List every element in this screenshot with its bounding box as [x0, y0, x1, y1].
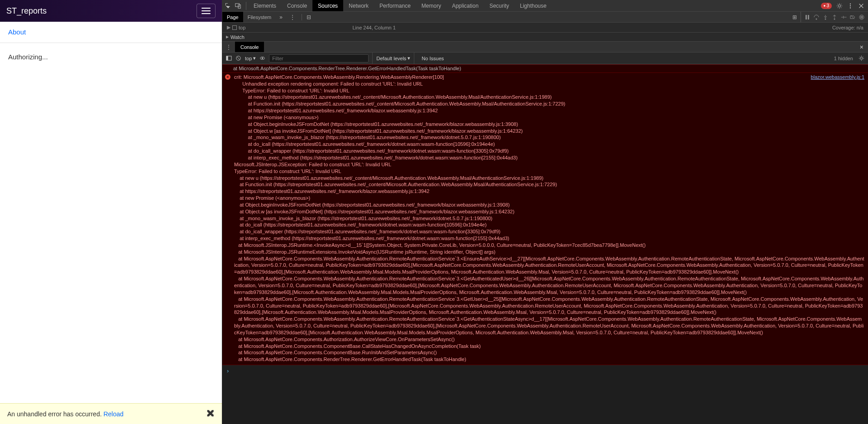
sub-kebab-icon[interactable]: ⋮ [290, 14, 295, 20]
svg-point-19 [262, 58, 263, 59]
svg-point-10 [834, 18, 835, 19]
console-drawer: ⋮ Console × top ▾ Default levels ▾ No Is… [222, 42, 868, 424]
cursor-location: Line 244, Column 1 [353, 25, 396, 30]
drawer-console-tab[interactable]: Console [235, 42, 264, 52]
svg-rect-6 [806, 15, 807, 19]
reload-link[interactable]: Reload [103, 410, 123, 418]
app-title: ST_reports [6, 6, 47, 16]
drawer-tabbar: ⋮ Console × [222, 42, 868, 53]
filter-input[interactable] [269, 54, 369, 63]
svg-point-20 [860, 57, 863, 59]
issues-label[interactable]: No Issues [418, 56, 447, 61]
console-toolbar: top ▾ Default levels ▾ No Issues 1 hidde… [222, 53, 868, 64]
tab-performance[interactable]: Performance [374, 0, 416, 11]
app-header: ST_reports [0, 0, 222, 22]
error-count-badge[interactable]: 3 [821, 3, 832, 9]
svg-point-12 [859, 15, 864, 19]
inspect-icon[interactable] [225, 3, 231, 9]
coverage-label: Coverage: n/a [832, 25, 863, 30]
svg-point-4 [850, 5, 851, 6]
console-settings-icon[interactable] [858, 55, 864, 61]
error-banner: An unhandled error has occurred. Reload … [0, 403, 222, 424]
sidebar-toggle-icon[interactable] [226, 55, 232, 61]
devtools-panel: ElementsConsoleSourcesNetworkPerformance… [222, 0, 868, 424]
deactivate-breakpoints-icon[interactable] [850, 14, 855, 20]
source-location-bar: ▶ top Line 244, Column 1 Coverage: n/a [222, 23, 868, 33]
tab-network[interactable]: Network [343, 0, 374, 11]
device-icon[interactable] [235, 3, 241, 9]
sources-subbar: PageFilesystem » ⋮ ⊟ ⊞ [222, 12, 868, 23]
console-log-area[interactable]: at Microsoft.AspNetCore.Components.Rende… [222, 64, 868, 424]
app-body: Authorizing... [0, 43, 222, 403]
console-prompt[interactable]: › [222, 365, 868, 377]
step-over-icon[interactable] [814, 14, 819, 20]
watch-section[interactable]: Watch [222, 33, 868, 42]
show-navigator-icon[interactable]: ⊟ [302, 14, 316, 20]
nav-bar: About [0, 22, 222, 43]
pause-icon[interactable] [805, 14, 810, 20]
error-message: An unhandled error has occurred. Reload [7, 410, 124, 418]
error-source-link[interactable]: blazor.webassembly.js:1 [811, 74, 864, 81]
page-tree-top[interactable]: ▶ top [227, 24, 245, 30]
error-icon: × [225, 74, 230, 80]
clear-console-icon[interactable] [235, 55, 241, 61]
pause-exceptions-icon[interactable] [859, 14, 864, 20]
about-link[interactable]: About [8, 28, 26, 36]
tab-lighthouse[interactable]: Lighthouse [514, 0, 552, 11]
svg-rect-16 [226, 56, 228, 60]
authorizing-text: Authorizing... [8, 53, 48, 61]
svg-rect-14 [862, 16, 863, 19]
debugger-controls [801, 12, 868, 22]
tab-security[interactable]: Security [484, 0, 514, 11]
svg-point-2 [838, 5, 840, 7]
step-out-icon[interactable] [832, 14, 837, 20]
step-into-icon[interactable] [823, 14, 828, 20]
tab-console[interactable]: Console [282, 0, 312, 11]
devtools-tabbar: ElementsConsoleSourcesNetworkPerformance… [222, 0, 868, 12]
step-icon[interactable] [841, 14, 846, 20]
svg-rect-0 [235, 3, 240, 6]
app-panel: ST_reports About Authorizing... An unhan… [0, 0, 222, 424]
drawer-kebab-icon[interactable]: ⋮ [222, 44, 235, 50]
svg-point-8 [816, 18, 817, 19]
subtab-filesystem[interactable]: Filesystem [243, 12, 276, 22]
close-icon[interactable]: 🗙 [206, 409, 215, 419]
live-expression-icon[interactable] [259, 55, 265, 61]
svg-rect-13 [861, 16, 862, 19]
subtab-page[interactable]: Page [222, 12, 243, 22]
tab-memory[interactable]: Memory [416, 0, 446, 11]
svg-point-5 [850, 7, 851, 8]
svg-point-3 [850, 3, 851, 4]
gear-icon[interactable] [836, 3, 843, 9]
kebab-icon[interactable] [847, 3, 854, 9]
more-subtabs-icon[interactable]: » [276, 14, 286, 20]
hamburger-button[interactable] [197, 4, 216, 18]
svg-rect-7 [808, 15, 809, 19]
drawer-close-icon[interactable]: × [855, 43, 868, 51]
tab-sources[interactable]: Sources [312, 0, 343, 11]
svg-point-11 [845, 17, 846, 18]
format-icon[interactable]: ⊞ [792, 14, 797, 20]
error-log-entry: × blazor.webassembly.js:1 crit: Microsof… [222, 72, 868, 365]
prior-stack-line: at Microsoft.AspNetCore.Components.Rende… [222, 64, 868, 72]
tab-elements[interactable]: Elements [248, 0, 282, 11]
svg-point-9 [825, 18, 826, 19]
close-devtools-icon[interactable] [858, 3, 864, 9]
context-select[interactable]: top ▾ [245, 55, 256, 61]
tab-application[interactable]: Application [446, 0, 484, 11]
levels-select[interactable]: Default levels ▾ [372, 53, 414, 64]
hidden-count: 1 hidden [834, 56, 855, 61]
error-body: crit: Microsoft.AspNetCore.Components.We… [234, 74, 864, 363]
